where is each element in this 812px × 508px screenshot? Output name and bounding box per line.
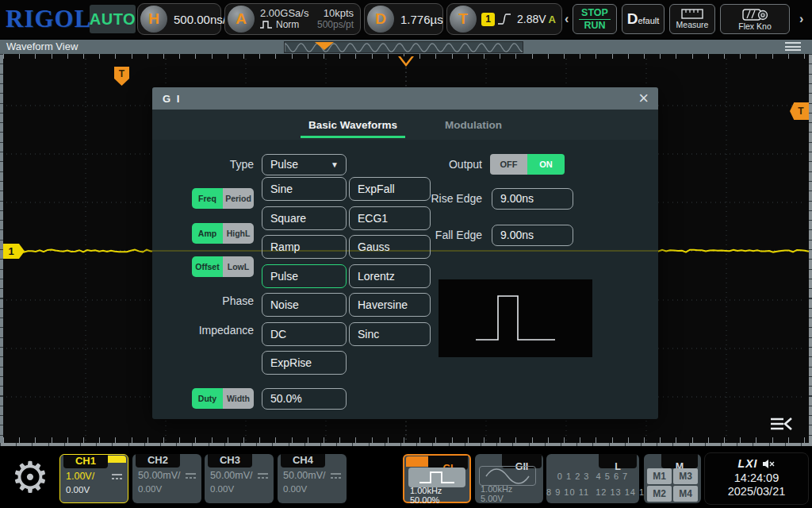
generator1-block[interactable]: GI 1.00kHz 50.00% — [403, 454, 471, 503]
view-menu-icon[interactable] — [785, 42, 801, 53]
timeline-overview[interactable] — [284, 41, 523, 53]
duty-option[interactable]: Duty — [192, 388, 223, 409]
status-block[interactable]: LXI 14:24:09 2025/03/21 — [704, 452, 809, 505]
rise-edge-input[interactable]: 9.00ns — [492, 188, 573, 210]
output-on[interactable]: ON — [527, 154, 565, 175]
logic-block[interactable]: L 0 1 2 3 4 5 6 7 8 9 10 11 12 13 14 15 — [546, 454, 639, 503]
ch4-scale: 50.00mV/ — [283, 470, 326, 481]
memory-depth: 10kpts — [317, 8, 354, 19]
ch3-tab[interactable]: CH3 — [208, 454, 252, 468]
math-tab[interactable]: M — [661, 454, 698, 468]
freq-period-toggle[interactable]: Freq Period — [192, 188, 254, 209]
dialog-header[interactable]: G I × — [152, 87, 658, 110]
waveform-ramp-button[interactable]: Ramp — [262, 235, 347, 259]
ch2-dc-coupling-icon — [185, 472, 197, 479]
flex-knob-button[interactable]: Flex Kno — [720, 4, 790, 34]
oscilloscope-screen: RIGOL AUTO H 500.00ns/ A 2.00GSa/s Norm … — [0, 0, 812, 508]
tab-basic-waveforms[interactable]: Basic Waveforms — [305, 112, 400, 138]
offset-option[interactable]: Offset — [192, 256, 223, 277]
delay-value: 1.776µs — [400, 13, 443, 26]
acquisition-control[interactable]: A 2.00GSa/s Norm 10kpts 500ps/pt — [224, 3, 361, 35]
channel-block-ch4[interactable]: CH4 50.00mV/ 0.00V — [278, 454, 347, 503]
trigger-knob-icon[interactable]: T — [450, 6, 477, 33]
trigger-control[interactable]: T 1 2.88V A — [446, 3, 562, 35]
collapse-menu-icon[interactable] — [769, 416, 795, 432]
math-m1-button[interactable]: M1 — [647, 468, 672, 484]
waveform-view-bar: Waveform View — [0, 40, 812, 54]
ch1-scale: 1.00V/ — [66, 471, 94, 482]
duty-input[interactable]: 50.0% — [262, 388, 347, 410]
logic-tab[interactable]: L — [599, 454, 637, 468]
acquire-knob-icon[interactable]: A — [228, 6, 255, 33]
highl-option[interactable]: HighL — [223, 223, 254, 244]
delay-knob-icon[interactable]: D — [367, 6, 394, 33]
bottom-scale-strip — [0, 443, 812, 446]
horizontal-scale-control[interactable]: H 500.00ns/ — [137, 3, 221, 35]
waveform-ecg1-button[interactable]: ECG1 — [349, 206, 431, 230]
sound-muted-icon — [762, 459, 775, 469]
horizontal-scale-value: 500.00ns/ — [174, 13, 226, 26]
channel-block-ch3[interactable]: CH3 50.00mV/ 0.00V — [205, 454, 274, 503]
ch2-scale: 50.00mV/ — [138, 470, 181, 481]
stop-run-button[interactable]: STOP RUN — [573, 4, 617, 34]
generator2-block[interactable]: GII 1.00kHz 5.00V — [475, 454, 543, 503]
period-option[interactable]: Period — [223, 188, 254, 209]
measure-button[interactable]: Measure — [669, 4, 715, 34]
offset-lowl-toggle[interactable]: Offset LowL — [192, 256, 254, 277]
math-m2-button[interactable]: M2 — [647, 486, 672, 502]
gii-frequency: 1.00kHz — [481, 484, 512, 494]
type-dropdown[interactable]: Pulse ▼ — [262, 154, 347, 175]
ch1-tab[interactable]: CH1 — [63, 455, 108, 468]
ch1-offset: 0.00V — [66, 485, 90, 495]
run-state-indicator[interactable]: AUTO — [90, 5, 136, 33]
flex-knob-icon — [741, 8, 768, 21]
output-off[interactable]: OFF — [490, 154, 527, 175]
timeline-position-marker[interactable] — [315, 42, 334, 50]
ch2-tab[interactable]: CH2 — [136, 454, 180, 468]
sample-rate: 2.00GSa/s — [260, 8, 308, 19]
horizontal-knob-icon[interactable]: H — [140, 6, 167, 33]
ch2-offset: 0.00V — [138, 484, 162, 494]
duty-width-toggle[interactable]: Duty Width — [192, 388, 254, 409]
amp-highl-toggle[interactable]: Amp HighL — [192, 223, 254, 244]
waveform-view-title: Waveform View — [6, 40, 78, 52]
width-option[interactable]: Width — [223, 388, 254, 409]
lxi-label: LXI — [738, 457, 758, 470]
toolbar-scroll-right-icon[interactable]: › — [799, 12, 803, 26]
waveform-haversine-button[interactable]: Haversine — [349, 293, 431, 317]
flex-knob-label: Flex Kno — [738, 21, 771, 31]
ch1-active-strip — [108, 456, 126, 463]
math-m4-button[interactable]: M4 — [673, 486, 698, 502]
ch3-offset: 0.00V — [210, 484, 234, 494]
lowl-option[interactable]: LowL — [223, 256, 254, 277]
rise-edge-label: Rise Edge — [414, 192, 482, 205]
waveform-pulse-button[interactable]: Pulse — [262, 264, 347, 288]
toolbar-scroll-left-icon[interactable]: ‹ — [565, 12, 569, 26]
waveform-lorentz-button[interactable]: Lorentz — [349, 264, 431, 288]
waveform-noise-button[interactable]: Noise — [262, 293, 347, 317]
fall-edge-label: Fall Edge — [414, 229, 482, 241]
waveform-preview — [439, 279, 592, 357]
channel-block-ch2[interactable]: CH2 50.00mV/ 0.00V — [132, 454, 201, 503]
math-m3-button[interactable]: M3 — [673, 468, 698, 484]
delay-control[interactable]: D 1.776µs — [364, 3, 443, 35]
output-toggle[interactable]: OFF ON — [490, 154, 565, 175]
close-icon[interactable]: × — [638, 90, 649, 106]
amp-option[interactable]: Amp — [192, 223, 223, 244]
tab-modulation[interactable]: Modulation — [442, 112, 505, 138]
math-block[interactable]: M M1 M3 M2 M4 — [644, 454, 701, 503]
rigol-gear-logo[interactable]: ⚙ — [6, 450, 54, 504]
default-button[interactable]: Default — [622, 4, 665, 34]
waveform-dc-button[interactable]: DC — [262, 322, 347, 346]
ch1-dc-coupling-icon — [111, 473, 123, 480]
waveform-exprise-button[interactable]: ExpRise — [262, 351, 347, 375]
channel-block-ch1[interactable]: CH1 1.00V/ 0.00V — [59, 454, 128, 503]
waveform-square-button[interactable]: Square — [262, 206, 347, 230]
trigger-center-marker-inner — [400, 56, 412, 64]
freq-option[interactable]: Freq — [192, 188, 223, 209]
waveform-sine-button[interactable]: Sine — [262, 177, 347, 201]
waveform-sinc-button[interactable]: Sinc — [349, 322, 431, 346]
ch4-tab[interactable]: CH4 — [281, 454, 325, 468]
fall-edge-input[interactable]: 9.00ns — [492, 225, 573, 246]
trigger-source-badge: 1 — [481, 13, 495, 26]
